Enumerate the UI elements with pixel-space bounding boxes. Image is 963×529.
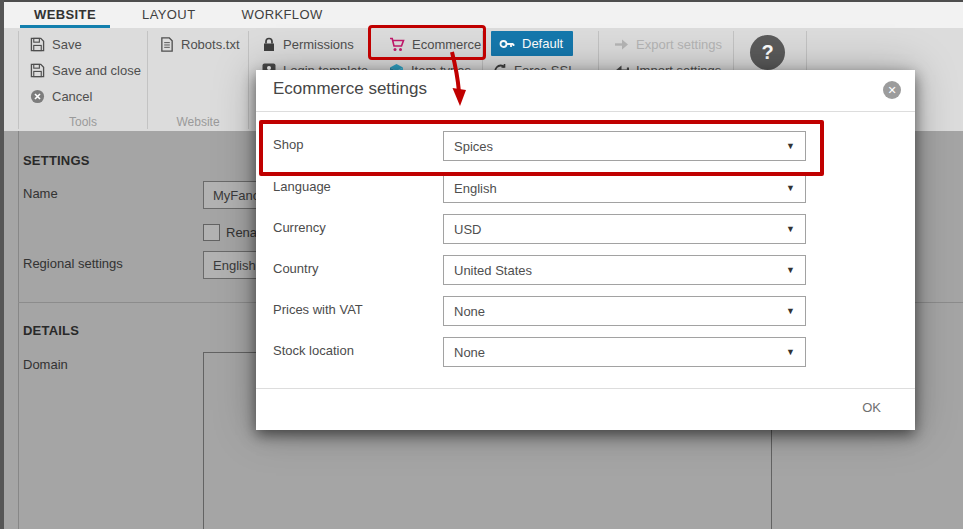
toolbar-divider — [248, 31, 249, 129]
ok-button[interactable]: OK — [862, 400, 881, 415]
tab-workflow[interactable]: WORKFLOW — [225, 2, 338, 28]
stock-location-select-value: None — [454, 345, 485, 360]
stock-location-label: Stock location — [273, 343, 354, 358]
lock-icon — [262, 37, 276, 52]
save-label: Save — [52, 37, 82, 52]
shop-label: Shop — [273, 137, 303, 152]
robots-txt-label: Robots.txt — [181, 37, 240, 52]
app-window: WEBSITE LAYOUT WORKFLOW Save Save and cl… — [0, 0, 963, 529]
window-left-edge — [0, 0, 4, 529]
stock-location-select[interactable]: None ▼ — [443, 337, 806, 367]
export-arrow-icon — [614, 38, 629, 51]
group-caption-website: Website — [148, 115, 248, 129]
chevron-down-icon: ▼ — [786, 347, 795, 357]
ecommerce-button[interactable]: Ecommerce — [389, 32, 481, 56]
floppy-save-close-icon — [30, 63, 45, 78]
country-select-value: United States — [454, 263, 532, 278]
chevron-down-icon: ▼ — [786, 183, 795, 193]
prices-with-vat-label: Prices with VAT — [273, 302, 363, 317]
cancel-label: Cancel — [52, 89, 92, 104]
currency-select-value: USD — [454, 222, 481, 237]
permissions-label: Permissions — [283, 37, 354, 52]
key-icon — [499, 38, 515, 50]
dialog-header: Ecommerce settings ✕ — [256, 70, 915, 112]
shopping-cart-icon — [389, 37, 405, 52]
dialog-footer: OK — [256, 388, 915, 430]
cancel-circle-icon — [30, 89, 45, 104]
country-select[interactable]: United States ▼ — [443, 255, 806, 285]
question-mark-icon: ? — [761, 41, 773, 64]
cancel-button[interactable]: Cancel — [30, 84, 92, 108]
prices-with-vat-select-value: None — [454, 304, 485, 319]
dialog-close-button[interactable]: ✕ — [883, 81, 901, 99]
tab-layout[interactable]: LAYOUT — [126, 2, 211, 28]
currency-select[interactable]: USD ▼ — [443, 214, 806, 244]
currency-label: Currency — [273, 220, 326, 235]
save-button[interactable]: Save — [30, 32, 82, 56]
language-label: Language — [273, 179, 331, 194]
save-and-close-button[interactable]: Save and close — [30, 58, 141, 82]
prices-with-vat-select[interactable]: None ▼ — [443, 296, 806, 326]
country-label: Country — [273, 261, 319, 276]
document-icon — [160, 37, 174, 52]
close-x-icon: ✕ — [887, 84, 896, 97]
chevron-down-icon: ▼ — [786, 141, 795, 151]
help-button[interactable]: ? — [750, 35, 785, 70]
export-settings-button: Export settings — [614, 32, 722, 56]
permissions-button[interactable]: Permissions — [262, 32, 354, 56]
language-select-value: English — [454, 181, 497, 196]
chevron-down-icon: ▼ — [786, 224, 795, 234]
chevron-down-icon: ▼ — [786, 306, 795, 316]
group-caption-tools: Tools — [18, 115, 148, 129]
ecommerce-settings-dialog: Ecommerce settings ✕ Shop Spices ▼ Langu… — [256, 70, 915, 430]
tab-website[interactable]: WEBSITE — [18, 2, 112, 28]
default-label: Default — [522, 36, 563, 51]
default-button[interactable]: Default — [491, 31, 573, 56]
ecommerce-label: Ecommerce — [412, 37, 481, 52]
save-and-close-label: Save and close — [52, 63, 141, 78]
main-tab-bar: WEBSITE LAYOUT WORKFLOW — [4, 2, 963, 28]
floppy-save-icon — [30, 37, 45, 52]
shop-select-value: Spices — [454, 139, 493, 154]
robots-txt-button[interactable]: Robots.txt — [160, 32, 240, 56]
language-select[interactable]: English ▼ — [443, 173, 806, 203]
export-settings-label: Export settings — [636, 37, 722, 52]
chevron-down-icon: ▼ — [786, 265, 795, 275]
dialog-title: Ecommerce settings — [273, 79, 427, 99]
shop-select[interactable]: Spices ▼ — [443, 131, 806, 161]
